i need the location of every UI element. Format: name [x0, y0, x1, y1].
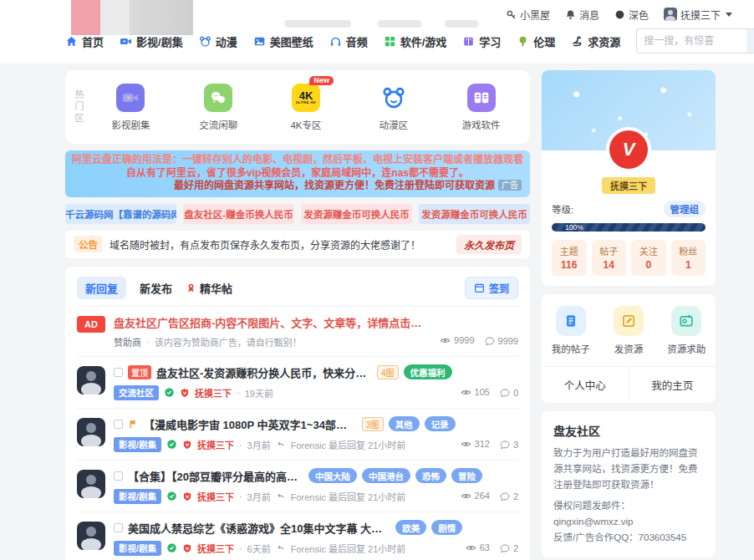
last-reply[interactable]: Forensic 最后回复 21小时前 — [291, 490, 406, 503]
nav-study[interactable]: 学习 — [462, 33, 501, 49]
stat-followers[interactable]: 粉丝1 — [671, 240, 706, 276]
row-checkbox[interactable] — [114, 420, 123, 429]
signin-button[interactable]: 签到 — [465, 277, 518, 299]
thread-row[interactable]: 【合集】【20部豆瓣评分最高的高分恐怖片】 中国大陆中国港台恐怖冒险 影视/剧集… — [77, 460, 518, 512]
4k-icon: 4K ULTRA HD New — [292, 84, 320, 112]
profile-avatar[interactable]: V — [606, 127, 651, 172]
topic-tag[interactable]: 欧美 — [395, 520, 426, 535]
topic-tag[interactable]: 记录 — [425, 416, 456, 431]
row-checkbox[interactable] — [114, 523, 123, 532]
bell-icon — [565, 9, 576, 20]
author-name[interactable]: 抚摸三下 — [197, 438, 234, 451]
last-reply[interactable]: Forensic 最后回复 21小时前 — [291, 542, 406, 555]
hot-card-anime[interactable]: 动漫区 — [349, 84, 437, 131]
nav-home[interactable]: 首页 — [65, 33, 104, 49]
hot-sections-card: 热门区 影视剧集 交流闲聊 4K ULTRA HD New 4K专区 — [65, 70, 530, 144]
topic-tag[interactable]: 其他 — [389, 416, 420, 431]
thread-title[interactable]: 美国成人禁忌综艺《诱惑游戏》全10集中文字幕 大尺毁三观 — [128, 520, 390, 536]
user-menu[interactable]: 抚摸三下 — [664, 8, 732, 22]
tab-featured[interactable]: 精华帖 — [186, 280, 232, 296]
promo-tag[interactable]: 优惠福利 — [404, 364, 452, 379]
post-resource-button[interactable]: 发资源 — [599, 306, 657, 355]
stat-posts[interactable]: 帖子14 — [592, 240, 627, 276]
topic-tag[interactable]: 剧情 — [431, 520, 462, 535]
forum-badge[interactable]: 影视/剧集 — [114, 437, 161, 452]
row-avatar[interactable] — [77, 470, 105, 498]
edit-icon — [614, 306, 644, 336]
thread-title[interactable]: 盘友社区广告区招商-内容不限图片、文字、文章等，详情点击插件，投放请联系QQ：7… — [114, 314, 431, 330]
dark-mode-toggle[interactable]: 深色 — [614, 8, 649, 22]
my-posts-button[interactable]: 我的帖子 — [542, 306, 599, 355]
dark-mode-label: 深色 — [629, 8, 649, 22]
eye-icon — [466, 542, 476, 553]
thread-row[interactable]: 置顶 盘友社区-发资源赚积分换人民币，快来分享你的资源吧 4图 优惠福利 交流社… — [77, 356, 518, 408]
last-reply[interactable]: Forensic 最后回复 21小时前 — [291, 438, 406, 451]
nav-movies[interactable]: 影视/剧集 — [120, 33, 183, 49]
comment-icon — [500, 491, 510, 501]
level-progress-bar: 100% — [552, 223, 706, 232]
hot-card-movies[interactable]: 影视剧集 — [87, 84, 175, 131]
bear-icon — [199, 35, 211, 48]
row-avatar[interactable] — [77, 522, 105, 550]
thread-title[interactable]: 【漫威电影宇宙 1080P 中英双字1~34部合集】 — [144, 416, 357, 432]
nav-ethics[interactable]: 伦理 — [517, 33, 555, 49]
stat-topics[interactable]: 主题116 — [552, 240, 587, 276]
author-name[interactable]: 抚摸三下 — [197, 490, 234, 503]
nav-anime[interactable]: 动漫 — [199, 33, 237, 49]
search-input[interactable] — [636, 28, 746, 53]
friend-link[interactable]: 盘友社区-赚金币换人民币 — [183, 204, 294, 224]
hot-card-games[interactable]: 游戏软件 — [437, 84, 525, 131]
row-checkbox[interactable] — [114, 368, 123, 377]
messages-link[interactable]: 消息 — [565, 8, 599, 22]
vip-shield-icon — [180, 388, 190, 398]
topic-tag[interactable]: 中国大陆 — [308, 468, 357, 483]
flag-icon — [128, 419, 139, 430]
tab-new-posts[interactable]: 新发布 — [140, 280, 172, 296]
nav-wallpaper[interactable]: 美图壁纸 — [253, 33, 313, 49]
author-name[interactable]: 抚摸三下 — [197, 542, 234, 555]
level-label: 等级: — [552, 202, 573, 216]
nav-software[interactable]: 软件/游戏 — [384, 33, 447, 49]
thread-row[interactable]: 【漫威电影宇宙 1080P 中英双字1~34部合集】 3图 其他记录 影视/剧集… — [77, 408, 518, 460]
friend-link[interactable]: 千云源码网【靠谱的源码网】 — [65, 204, 176, 224]
personal-center-link[interactable]: 个人中心 — [542, 367, 629, 403]
hot-card-4k[interactable]: 4K ULTRA HD New 4K专区 — [262, 84, 350, 131]
my-homepage-link[interactable]: 我的主页 — [629, 367, 716, 403]
darkroom-link[interactable]: 小黑屋 — [506, 8, 550, 22]
comments-count: 0 — [500, 388, 518, 398]
forum-badge[interactable]: 影视/剧集 — [114, 489, 161, 504]
user-group-badge[interactable]: 管理组 — [664, 201, 706, 217]
sponsor-label: 赞助商 — [114, 335, 141, 349]
pinned-badge: 置顶 — [128, 365, 151, 379]
friend-link[interactable]: 发资源赚金币可换人民币 — [419, 204, 530, 224]
tab-new-replies[interactable]: 新回复 — [77, 277, 126, 299]
friend-link[interactable]: 发资源赚金币可换人民币 — [301, 204, 412, 224]
main-column: 热门区 影视剧集 交流闲聊 4K ULTRA HD New 4K专区 — [65, 70, 530, 560]
post-time: 6天前 — [247, 542, 271, 555]
profile-name-badge[interactable]: 抚摸三下 — [602, 177, 655, 194]
thread-row-ad[interactable]: AD 盘友社区广告区招商-内容不限图片、文字、文章等，详情点击插件，投放请联系Q… — [77, 306, 518, 356]
forum-badge[interactable]: 影视/剧集 — [114, 541, 161, 556]
search-button[interactable] — [746, 28, 754, 53]
row-avatar[interactable] — [77, 366, 105, 395]
thread-title[interactable]: 【合集】【20部豆瓣评分最高的高分恐怖片】 — [128, 468, 303, 484]
hot-card-chat[interactable]: 交流闲聊 — [175, 84, 262, 131]
username-label: 抚摸三下 — [680, 8, 721, 22]
topic-tag[interactable]: 恐怖 — [415, 468, 446, 483]
nav-audio[interactable]: 音频 — [329, 33, 368, 49]
row-avatar[interactable] — [77, 418, 105, 446]
author-name[interactable]: 抚摸三下 — [195, 386, 232, 400]
topic-tag[interactable]: 中国港台 — [362, 468, 410, 483]
announcement-text: 域名随时被封，有点发布页保存永久发布页，分享资源的大佬感谢了！ — [110, 237, 450, 252]
file-icon — [556, 306, 586, 336]
thread-title[interactable]: 盘友社区-发资源赚积分换人民币，快来分享你的资源吧 — [156, 364, 372, 380]
resource-request-button[interactable]: 资源求助 — [658, 306, 716, 355]
forum-badge[interactable]: 交流社区 — [114, 385, 159, 400]
permanent-page-link[interactable]: 永久发布页 — [456, 235, 522, 254]
promo-banner[interactable]: 阿里云盘正确的用法是：一键转存别人的电影、电视剧，然后平板、电视上安装客户端或者… — [65, 150, 530, 197]
stat-following[interactable]: 关注0 — [631, 240, 666, 276]
nav-request[interactable]: 求资源 — [571, 33, 620, 49]
thread-row[interactable]: 美国成人禁忌综艺《诱惑游戏》全10集中文字幕 大尺毁三观 欧美剧情 影视/剧集 … — [77, 512, 518, 560]
image-count-badge: 3图 — [362, 417, 384, 431]
row-checkbox[interactable] — [114, 471, 123, 481]
